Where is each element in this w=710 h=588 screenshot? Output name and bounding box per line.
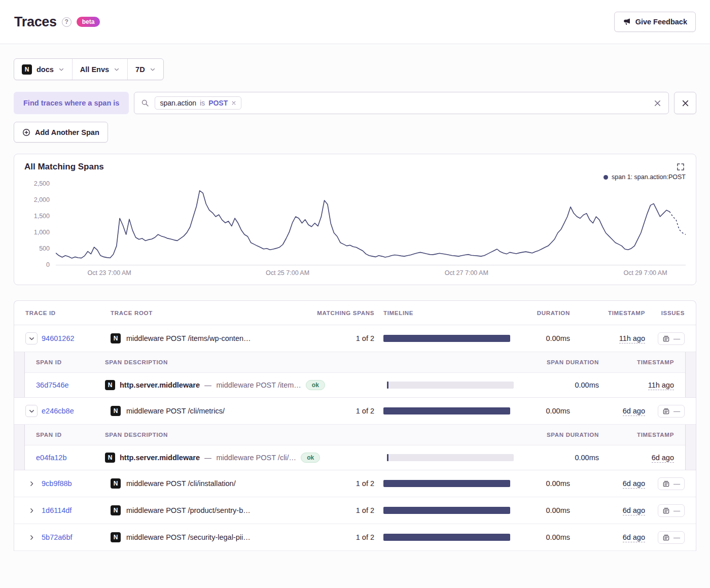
span-row[interactable]: 36d7546e N http.server.middleware — midd… — [25, 373, 685, 397]
trace-id-link[interactable]: 94601262 — [42, 334, 75, 342]
expand-trace-button[interactable] — [25, 477, 38, 490]
y-axis-tick-label: 1,000 — [34, 229, 50, 236]
y-axis-tick-label: 2,500 — [34, 180, 50, 187]
clear-search-icon[interactable] — [653, 99, 662, 108]
column-header-timestamp: Timestamp — [579, 310, 645, 316]
span-column-id: Span ID — [36, 432, 96, 438]
project-filter-label: docs — [37, 65, 54, 74]
issues-count: — — [673, 407, 680, 415]
trace-duration: 0.00ms — [519, 407, 570, 415]
traces-table: Trace ID Trace Root Matching Spans Timel… — [14, 300, 696, 551]
trace-row[interactable]: 9cb9f88b N middleware POST /cli/installa… — [14, 470, 696, 497]
expand-trace-button[interactable] — [25, 531, 38, 543]
expand-chart-icon[interactable] — [676, 162, 686, 172]
project-icon: N — [105, 453, 115, 463]
traces-table-body: 94601262 N middleware POST /items/wp-con… — [14, 325, 696, 551]
span-column-duration: Span Duration — [523, 359, 599, 365]
trace-id-link[interactable]: 5b72a6bf — [42, 533, 72, 541]
add-another-span-button[interactable]: Add Another Span — [14, 122, 108, 143]
trace-id-link[interactable]: 9cb9f88b — [42, 479, 72, 488]
trace-duration: 0.00ms — [519, 533, 570, 541]
issues-button[interactable]: — — [658, 531, 685, 544]
collapse-trace-button[interactable] — [25, 332, 38, 344]
collapse-trace-button[interactable] — [25, 405, 38, 417]
chart-x-axis: Oct 23 7:00 AMOct 25 7:00 AMOct 27 7:00 … — [56, 265, 686, 280]
help-icon[interactable]: ? — [62, 17, 72, 27]
remove-span-query-button[interactable] — [674, 92, 696, 114]
trace-id-link[interactable]: e246cb8e — [42, 407, 74, 415]
chevron-down-icon — [114, 66, 120, 73]
token-value: POST — [208, 99, 228, 107]
chart-title: All Matching Spans — [24, 162, 104, 172]
expand-trace-button[interactable] — [25, 504, 38, 516]
span-subtable-header: Span ID Span Description Span Duration T… — [25, 425, 685, 445]
traces-table-header: Trace ID Trace Root Matching Spans Timel… — [14, 301, 696, 325]
x-axis-tick-label: Oct 25 7:00 AM — [266, 269, 309, 276]
token-operator: is — [200, 99, 205, 107]
issues-button[interactable]: — — [658, 504, 685, 517]
trace-root-label: middleware POST /security-legal-pii… — [126, 533, 251, 541]
span-row[interactable]: e04fa12b N http.server.middleware — midd… — [25, 445, 685, 470]
page-header: Traces ? beta Give Feedback — [0, 0, 710, 44]
span-id-link[interactable]: 36d7546e — [36, 381, 69, 389]
column-header-issues: Issues — [654, 310, 685, 316]
span-status-badge: ok — [306, 380, 325, 390]
search-token[interactable]: span.action is POST — [155, 96, 241, 110]
issues-button[interactable]: — — [658, 405, 685, 418]
legend-label: span 1: span.action:POST — [612, 174, 686, 181]
chevron-down-icon — [150, 66, 156, 73]
trace-row[interactable]: 1d6114df N middleware POST /product/sent… — [14, 497, 696, 524]
span-subtable: Span ID Span Description Span Duration T… — [14, 352, 696, 398]
trace-timeline-bar — [383, 480, 510, 487]
trace-row[interactable]: 5b72a6bf N middleware POST /security-leg… — [14, 524, 696, 551]
legend-dot-icon — [604, 175, 608, 180]
x-axis-tick-label: Oct 29 7:00 AM — [623, 269, 667, 276]
matching-spans-count: 1 of 2 — [288, 334, 374, 342]
page-filter-bar: N docs All Envs 7D — [14, 58, 164, 80]
span-search-input[interactable]: span.action is POST — [134, 92, 669, 114]
environment-filter-dropdown[interactable]: All Envs — [72, 59, 127, 80]
column-header-trace-root: Trace Root — [111, 310, 279, 316]
trace-timestamp: 6d ago — [623, 533, 645, 542]
trace-row[interactable]: e246cb8e N middleware POST /cli/metrics/… — [14, 398, 696, 425]
search-icon — [141, 99, 149, 107]
issues-count: — — [673, 335, 680, 342]
issues-button[interactable]: — — [658, 332, 685, 345]
token-key: span.action — [160, 99, 196, 107]
trace-root-label: middleware POST /cli/installation/ — [126, 479, 236, 488]
plus-circle-icon — [22, 128, 30, 136]
project-filter-dropdown[interactable]: N docs — [14, 59, 72, 80]
trace-root-label: middleware POST /items/wp-conten… — [126, 334, 251, 342]
span-op-label: http.server.middleware — [120, 454, 200, 462]
span-column-duration: Span Duration — [523, 432, 599, 438]
remove-token-icon[interactable] — [231, 100, 236, 106]
y-axis-tick-label: 500 — [39, 245, 50, 252]
trace-timestamp: 6d ago — [623, 407, 645, 416]
project-icon: N — [111, 532, 121, 542]
trace-duration: 0.00ms — [519, 479, 570, 488]
span-id-link[interactable]: e04fa12b — [36, 454, 66, 462]
trace-id-link[interactable]: 1d6114df — [42, 506, 72, 514]
column-header-trace-id: Trace ID — [25, 310, 101, 316]
chart-legend[interactable]: span 1: span.action:POST — [24, 173, 686, 181]
trace-timeline-bar — [383, 507, 510, 514]
span-query-row: Find traces where a span is span.action … — [14, 92, 696, 114]
span-status-badge: ok — [301, 453, 320, 463]
project-icon: N — [111, 505, 121, 515]
span-duration: 0.00ms — [523, 381, 599, 389]
span-timeline-bar — [387, 382, 514, 389]
trace-row[interactable]: 94601262 N middleware POST /items/wp-con… — [14, 325, 696, 352]
beta-badge: beta — [77, 17, 100, 27]
span-query-label: Find traces where a span is — [14, 92, 129, 114]
span-description-label: middleware POST /item… — [216, 381, 301, 389]
y-axis-tick-label: 0 — [46, 261, 50, 268]
add-another-span-label: Add Another Span — [35, 128, 99, 136]
date-range-dropdown[interactable]: 7D — [127, 59, 163, 80]
issues-button[interactable]: — — [658, 477, 685, 490]
trace-timeline-bar — [383, 407, 510, 414]
issues-count: — — [673, 534, 680, 541]
give-feedback-button[interactable]: Give Feedback — [614, 12, 696, 32]
column-header-duration: Duration — [519, 310, 570, 316]
matching-spans-chart-panel: All Matching Spans span 1: span.action:P… — [14, 154, 696, 285]
trace-root-label: middleware POST /product/sentry-b… — [126, 506, 251, 514]
